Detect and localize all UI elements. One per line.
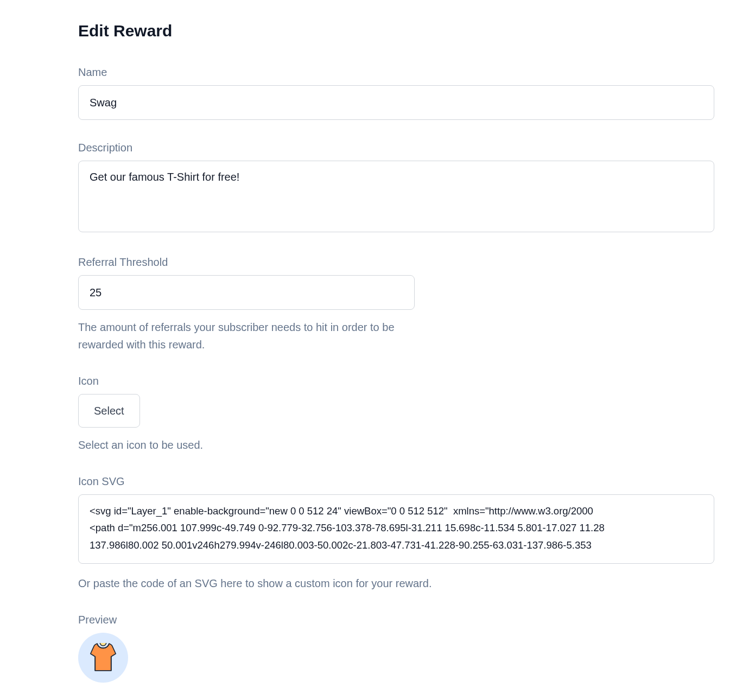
description-input[interactable]: Get our famous T-Shirt for free! — [78, 161, 714, 232]
icon-svg-label: Icon SVG — [78, 475, 714, 488]
preview-label: Preview — [78, 614, 714, 626]
preview-circle — [78, 633, 128, 683]
name-group: Name — [78, 66, 714, 120]
tshirt-icon — [88, 642, 118, 673]
preview-group: Preview — [78, 614, 714, 683]
description-group: Description Get our famous T-Shirt for f… — [78, 142, 714, 234]
threshold-label: Referral Threshold — [78, 256, 714, 269]
name-label: Name — [78, 66, 714, 79]
icon-group: Icon Select Select an icon to be used. — [78, 375, 714, 454]
icon-select-button[interactable]: Select — [78, 394, 140, 428]
name-input[interactable] — [78, 85, 714, 120]
icon-svg-input[interactable]: <svg id="Layer_1" enable-background="new… — [78, 494, 714, 564]
threshold-input[interactable] — [78, 275, 415, 310]
icon-helper: Select an icon to be used. — [78, 436, 714, 454]
threshold-helper: The amount of referrals your subscriber … — [78, 319, 404, 353]
description-label: Description — [78, 142, 714, 154]
icon-svg-helper: Or paste the code of an SVG here to show… — [78, 575, 714, 592]
page-title: Edit Reward — [78, 22, 714, 40]
icon-svg-group: Icon SVG <svg id="Layer_1" enable-backgr… — [78, 475, 714, 592]
threshold-group: Referral Threshold The amount of referra… — [78, 256, 714, 353]
icon-label: Icon — [78, 375, 714, 387]
